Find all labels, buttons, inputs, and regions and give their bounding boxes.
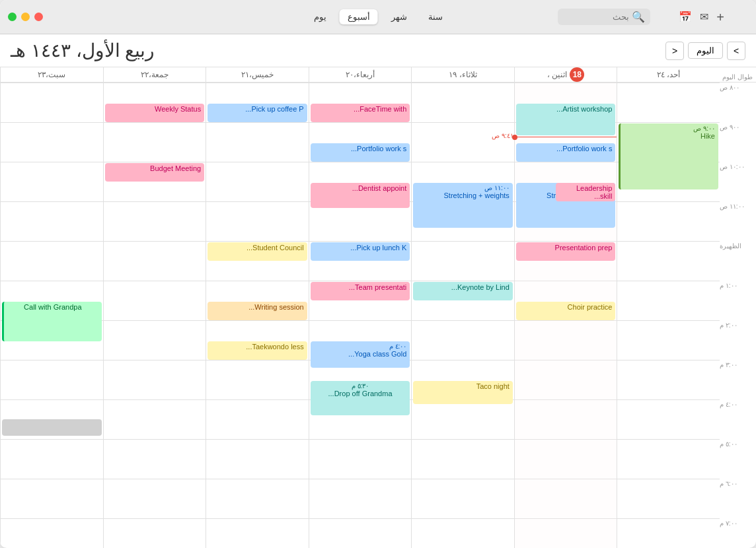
event-yoga[interactable]: ٤:٠٠ م Yoga class Gold... bbox=[311, 341, 410, 368]
nav-bar: > اليوم < ربيع الأول، ١٤٤٣ هـ bbox=[0, 34, 756, 67]
calendar-icon[interactable]: 📅 bbox=[679, 11, 692, 23]
day-header-0: أحد، ٢٤ bbox=[617, 67, 720, 82]
event-weekly-status[interactable]: Weekly Status bbox=[105, 104, 205, 122]
time-labels-col: ٨٠٠ ص ٩٠٠ ص ١٠:٠٠ ص ١١:٠٠ ص الظهيرة ١:٠٠… bbox=[720, 83, 756, 548]
time-100: ١:٠٠ م bbox=[720, 281, 756, 320]
event-artist-workshop[interactable]: Artist workshop... bbox=[516, 104, 616, 135]
event-stretching-2[interactable]: ١١:٠٠ ص Stretching + weights bbox=[413, 183, 513, 228]
event-dentist[interactable]: Dentist appoint... bbox=[311, 183, 410, 208]
day-col-4: Pick up coffee P... Student Council... W… bbox=[206, 83, 309, 548]
day-header-grid: أحد، ٢٤ 18 اثنين ، ثلاثاء، ١٩ أربعاء،٢٠ … bbox=[0, 67, 720, 82]
close-button[interactable] bbox=[34, 13, 43, 21]
calendar-title: ربيع الأول، ١٤٤٣ هـ bbox=[11, 40, 155, 61]
time-700: ٧:٠٠ م bbox=[720, 518, 756, 548]
inbox-icon[interactable]: ✉ bbox=[700, 11, 708, 23]
search-icon: 🔍 bbox=[632, 11, 645, 23]
nav-next-button[interactable]: > bbox=[727, 42, 745, 60]
time-1100: ١١:٠٠ ص bbox=[720, 201, 756, 241]
day-header-4: خميس،٢١ bbox=[206, 67, 309, 82]
nav-controls: > اليوم < bbox=[665, 42, 745, 60]
day-col-6: Call with Grandpa bbox=[0, 83, 103, 548]
search-input[interactable] bbox=[563, 12, 629, 22]
event-dropoff[interactable]: ٥:٣٠ م Drop off Grandma... bbox=[311, 381, 410, 415]
view-day-button[interactable]: يوم bbox=[306, 9, 334, 24]
event-student-council[interactable]: Student Council... bbox=[208, 242, 307, 261]
search-container: 🔍 bbox=[558, 9, 650, 25]
view-controls: سنة شهر أسبوع يوم bbox=[306, 9, 451, 24]
view-month-button[interactable]: شهر bbox=[383, 9, 415, 24]
day-header-3: أربعاء،٢٠ bbox=[309, 67, 412, 82]
day-col-3: FaceTime with... Portfolio work s... Den… bbox=[309, 83, 412, 548]
event-taekwondo[interactable]: Taekwondo less... bbox=[208, 341, 307, 360]
scroll-area[interactable]: ٨٠٠ ص ٩٠٠ ص ١٠:٠٠ ص ١١:٠٠ ص الظهيرة ١:٠٠… bbox=[0, 83, 756, 548]
time-400: ٤:٠٠ م bbox=[720, 399, 756, 439]
day-columns: ٩:٠٠ ص Hike Artist workshop... bbox=[0, 83, 720, 548]
view-year-button[interactable]: سنة bbox=[420, 9, 451, 24]
day-col-2: ١١:٠٠ ص Stretching + weights Keynote by … bbox=[411, 83, 514, 548]
event-hike[interactable]: ٩:٠٠ ص Hike bbox=[619, 123, 718, 189]
current-time-line: ٩:٤١ ص bbox=[515, 137, 617, 137]
event-presentation-prep[interactable]: Presentation prep bbox=[516, 242, 616, 261]
time-800: ٨٠٠ ص bbox=[720, 83, 756, 122]
event-call-grandpa[interactable]: Call with Grandpa bbox=[2, 302, 102, 341]
minimize-button[interactable] bbox=[21, 13, 30, 21]
event-pickup-lunch[interactable]: Pick up lunch K... bbox=[311, 242, 410, 261]
toolbar-right: + ✉ 📅 bbox=[679, 11, 724, 24]
day-header-1: 18 اثنين ، bbox=[514, 67, 617, 82]
event-keynote[interactable]: Keynote by Lind... bbox=[413, 282, 513, 300]
day-header-6: سبت،٢٣ bbox=[0, 67, 103, 82]
day-header-2: ثلاثاء، ١٩ bbox=[411, 67, 514, 82]
time-300: ٣:٠٠ م bbox=[720, 360, 756, 399]
event-pickup-coffee[interactable]: Pick up coffee P... bbox=[208, 104, 307, 122]
time-noon: الظهيرة bbox=[720, 241, 756, 281]
time-600: ٦:٠٠ م bbox=[720, 479, 756, 518]
time-200: ٢:٠٠ م bbox=[720, 320, 756, 360]
nav-prev-button[interactable]: < bbox=[665, 42, 684, 60]
day-header-5: جمعة،٢٢ bbox=[103, 67, 206, 82]
time-500: ٥:٠٠ م bbox=[720, 439, 756, 479]
window-controls bbox=[8, 13, 43, 21]
view-week-button[interactable]: أسبوع bbox=[340, 9, 378, 24]
day-headers: طوال اليوم أحد، ٢٤ 18 اثنين ، ثلاثاء، ١٩… bbox=[0, 67, 756, 83]
event-portfolio-2[interactable]: Portfolio work s... bbox=[311, 143, 410, 162]
event-writing[interactable]: Writing session... bbox=[208, 302, 307, 320]
day-col-5: Weekly Status Budget Meeting bbox=[103, 83, 206, 548]
event-facetime[interactable]: FaceTime with... bbox=[311, 104, 410, 122]
titlebar: إظهار قائمة التقويمات. إنشاء حدث جديد. ت… bbox=[0, 0, 756, 34]
event-leadership[interactable]: Leadership skill... bbox=[556, 183, 616, 201]
maximize-button[interactable] bbox=[8, 13, 17, 21]
calendar-container: طوال اليوم أحد، ٢٤ 18 اثنين ، ثلاثاء، ١٩… bbox=[0, 67, 756, 548]
current-time-label: ٩:٤١ ص bbox=[492, 132, 515, 139]
time-900: ٩٠٠ ص bbox=[720, 122, 756, 162]
event-portfolio-1[interactable]: Portfolio work s... bbox=[516, 143, 616, 162]
event-choir[interactable]: Choir practice bbox=[516, 302, 616, 320]
day-col-0: ٩:٠٠ ص Hike bbox=[617, 83, 720, 548]
event-budget-meeting[interactable]: Budget Meeting bbox=[105, 163, 205, 182]
all-day-label: طوال اليوم bbox=[720, 67, 756, 82]
event-team-presentation[interactable]: Team presentati... bbox=[311, 282, 410, 300]
time-grid: ٨٠٠ ص ٩٠٠ ص ١٠:٠٠ ص ١١:٠٠ ص الظهيرة ١:٠٠… bbox=[0, 83, 756, 548]
time-1000: ١٠:٠٠ ص bbox=[720, 162, 756, 201]
add-event-button[interactable]: + bbox=[716, 11, 724, 24]
day-col-1: Artist workshop... Portfolio work s... ١… bbox=[514, 83, 617, 548]
app-window: إظهار قائمة التقويمات. إنشاء حدث جديد. ت… bbox=[0, 0, 756, 548]
event-sat-bottom[interactable] bbox=[2, 419, 102, 436]
today-button[interactable]: اليوم bbox=[688, 42, 723, 59]
event-taco-night[interactable]: Taco night bbox=[413, 381, 513, 404]
